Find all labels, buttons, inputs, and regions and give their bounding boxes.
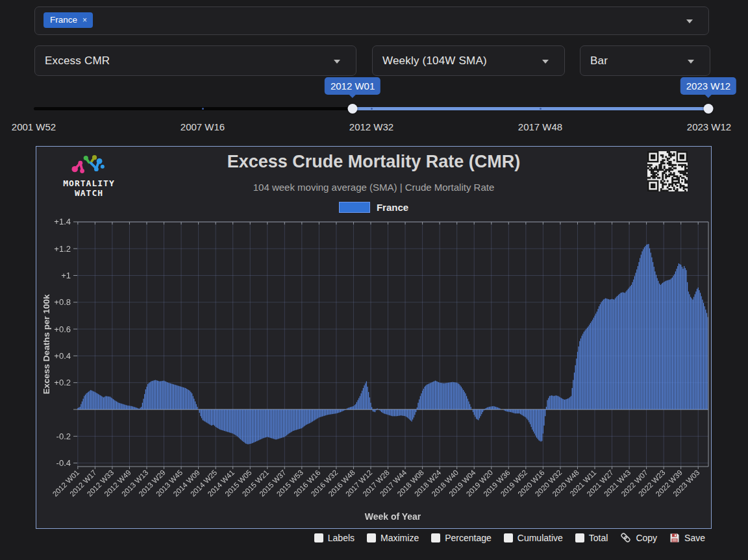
slider-axis-label: 2017 W48: [518, 121, 562, 132]
slider-tooltip-end: 2023 W12: [680, 77, 736, 95]
svg-text:-0.2: -0.2: [56, 432, 71, 441]
svg-text:+0.6: +0.6: [54, 324, 71, 334]
x-axis-title: Week of Year: [365, 511, 421, 522]
checkbox-total[interactable]: Total: [575, 533, 608, 543]
chart-card: MORTALITY WATCH Excess Crude Mortality R…: [36, 146, 712, 529]
checkbox-box[interactable]: [431, 533, 440, 542]
bars-series-france: [77, 244, 708, 444]
slider-tooltip-start: 2012 W01: [325, 77, 380, 95]
svg-text:+1.4: +1.4: [54, 217, 71, 226]
checkbox-cumulative[interactable]: Cumulative: [504, 533, 563, 543]
gridlines: [77, 222, 708, 467]
checkbox-box[interactable]: [504, 533, 513, 542]
slider-handle-end[interactable]: [703, 104, 713, 114]
chevron-down-icon: [688, 60, 694, 64]
y-axis-labels: +1.4+1.2+1+0.8+0.6+0.4+0.2-0.2-0.4: [54, 217, 71, 468]
country-tag-france[interactable]: France ×: [44, 12, 93, 28]
link-icon: [620, 532, 631, 543]
country-tag-label: France: [50, 15, 77, 25]
save-icon: [669, 533, 680, 543]
slider-track-dot: [202, 108, 204, 110]
svg-text:+0.4: +0.4: [54, 351, 71, 361]
frequency-select-value: Weekly (104W SMA): [382, 46, 487, 75]
chart-type-select-value: Bar: [590, 46, 608, 75]
chart-toolbar: LabelsMaximizePercentageCumulativeTotal …: [314, 532, 705, 543]
slider-axis-label: 2001 W52: [12, 121, 56, 132]
metric-select[interactable]: Excess CMR: [34, 45, 356, 76]
checkbox-label: Maximize: [380, 533, 419, 543]
chevron-down-icon: [334, 60, 340, 64]
slider-axis-label: 2023 W12: [687, 121, 731, 132]
chevron-down-icon: [686, 19, 693, 23]
checkbox-box[interactable]: [314, 533, 323, 542]
copy-button[interactable]: Copy: [620, 532, 657, 543]
tag-remove-icon[interactable]: ×: [82, 16, 87, 24]
slider-track-dot: [540, 108, 542, 110]
slider-axis-label: 2007 W16: [181, 121, 225, 132]
checkbox-box[interactable]: [575, 533, 584, 542]
checkbox-label: Percentage: [445, 533, 492, 543]
frequency-select[interactable]: Weekly (104W SMA): [372, 45, 565, 76]
chevron-down-icon: [542, 60, 549, 64]
svg-text:+0.8: +0.8: [54, 297, 71, 307]
slider-track-dot: [371, 108, 373, 110]
range-slider-track[interactable]: [34, 107, 709, 110]
svg-text:+1.2: +1.2: [54, 244, 71, 254]
save-button-label: Save: [684, 533, 705, 543]
slider-axis-label: 2012 W32: [349, 121, 393, 132]
y-axis-title: Excess Deaths per 100k: [42, 294, 51, 394]
checkbox-label: Cumulative: [517, 533, 563, 543]
plot-svg: 2012 W012012 W172012 W332012 W492013 W13…: [36, 147, 711, 528]
svg-text:+0.2: +0.2: [54, 378, 71, 387]
x-axis-labels: 2012 W012012 W172012 W332012 W492013 W13…: [51, 469, 701, 498]
country-multiselect[interactable]: France ×: [34, 6, 709, 35]
save-button[interactable]: Save: [669, 533, 705, 543]
checkbox-maximize[interactable]: Maximize: [367, 533, 419, 543]
checkbox-box[interactable]: [367, 533, 376, 542]
svg-text:-0.4: -0.4: [56, 458, 71, 468]
svg-text:+1: +1: [61, 271, 71, 280]
slider-handle-start[interactable]: [348, 104, 358, 114]
checkbox-label: Total: [589, 533, 608, 543]
range-slider-active-range: [353, 107, 708, 110]
checkbox-labels[interactable]: Labels: [314, 533, 355, 543]
chart-type-select[interactable]: Bar: [580, 45, 710, 76]
checkbox-label: Labels: [328, 533, 355, 543]
copy-button-label: Copy: [636, 533, 657, 543]
checkbox-percentage[interactable]: Percentage: [431, 533, 492, 543]
metric-select-value: Excess CMR: [45, 46, 110, 75]
